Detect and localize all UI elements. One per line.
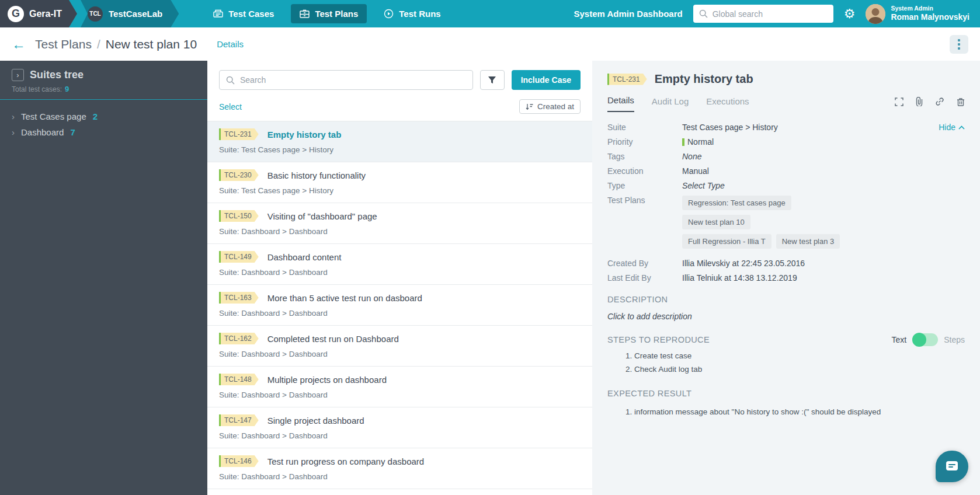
- project-switcher[interactable]: TCL TestCaseLab: [72, 0, 179, 27]
- select-link[interactable]: Select: [219, 102, 242, 111]
- suite-item-test-cases-page[interactable]: › Test Cases page 2: [12, 109, 196, 124]
- project-initials-badge: TCL: [88, 6, 103, 22]
- test-plan-chip[interactable]: Regression: Test cases page: [682, 196, 791, 210]
- tab-audit-log[interactable]: Audit Log: [652, 96, 689, 112]
- test-plan-chip[interactable]: Full Regression - Illia T: [682, 234, 772, 249]
- company-home-link[interactable]: G Gera-IT: [0, 0, 77, 27]
- step-item: Check Audit log tab: [634, 363, 965, 377]
- chat-icon: [945, 460, 959, 473]
- details-tabs: Details Audit Log Executions: [607, 95, 965, 112]
- user-menu[interactable]: System Admin Roman Malynovskyi: [866, 4, 969, 24]
- include-case-button[interactable]: Include Case: [512, 70, 581, 90]
- case-id-badge: TCL-162: [219, 333, 259, 344]
- field-value-tags[interactable]: None: [682, 152, 701, 161]
- tab-executions[interactable]: Executions: [706, 96, 749, 112]
- case-row[interactable]: TCL-149Dashboard content Suite: Dashboar…: [207, 244, 592, 285]
- meta-group: Created By Illia Milevskiy at 22:45 23.0…: [607, 259, 965, 283]
- collapse-chevron-icon: ›: [16, 71, 19, 79]
- case-search-input[interactable]: [240, 75, 466, 85]
- search-icon: [699, 9, 708, 18]
- sort-button[interactable]: Created at: [519, 99, 581, 114]
- expected-item: information message about "No history to…: [634, 406, 965, 419]
- gera-it-logo-icon: G: [8, 6, 24, 22]
- suite-item-dashboard[interactable]: › Dashboard 7: [12, 125, 196, 140]
- sidebar-collapse-button[interactable]: ›: [12, 69, 24, 81]
- suite-count: 2: [93, 111, 98, 121]
- link-icon[interactable]: [935, 97, 944, 106]
- case-id-badge: TCL-163: [219, 292, 259, 304]
- back-arrow-icon[interactable]: ←: [12, 37, 26, 51]
- nav-test-runs[interactable]: Test Runs: [375, 4, 449, 23]
- case-suite-path: Suite: Test Cases page > History: [219, 186, 581, 195]
- case-row[interactable]: TCL-148Multiple projects on dashboard Su…: [207, 367, 592, 407]
- case-row[interactable]: TCL-146Test run progress on company dasb…: [207, 448, 592, 489]
- hide-toggle-link[interactable]: Hide: [939, 123, 965, 132]
- case-row[interactable]: TCL-162Completed test run on Dashboard S…: [207, 326, 592, 367]
- add-description-placeholder[interactable]: Click to add description: [607, 312, 965, 321]
- field-label-last-edit-by: Last Edit By: [607, 273, 682, 283]
- text-steps-toggle[interactable]: [912, 333, 938, 346]
- chat-launcher-button[interactable]: [936, 451, 968, 482]
- tab-details[interactable]: Details: [607, 95, 634, 112]
- system-admin-dashboard-link[interactable]: System Admin Dashboard: [574, 9, 683, 19]
- hide-label: Hide: [939, 123, 955, 132]
- suites-sidebar: › Suites tree Total test cases:9 › Test …: [0, 61, 207, 495]
- case-row[interactable]: TCL-163More than 5 active test run on da…: [207, 285, 592, 326]
- filter-button[interactable]: [480, 70, 505, 90]
- case-title: Dashboard content: [267, 252, 342, 262]
- kebab-menu-button[interactable]: [950, 35, 968, 54]
- breadcrumb-current: New test plan 10: [106, 37, 197, 51]
- suite-label: Dashboard: [21, 127, 64, 137]
- field-value-last-edit-by: Illia Telniuk at 14:38 13.12.2019: [682, 273, 797, 283]
- search-icon: [226, 76, 235, 85]
- case-suite-path: Suite: Dashboard > Dashboard: [219, 350, 581, 358]
- global-search-input[interactable]: [713, 9, 828, 19]
- plan-details-link[interactable]: Details: [217, 39, 244, 49]
- total-count: 9: [65, 85, 69, 93]
- breadcrumb-bar: ← Test Plans / New test plan 10 Details: [0, 27, 980, 61]
- steps-mode-toggle-group: Text Steps: [892, 333, 965, 346]
- field-label-priority: Priority: [607, 137, 682, 147]
- field-value-suite[interactable]: Test Cases page > History: [682, 123, 778, 132]
- toggle-knob: [912, 333, 926, 347]
- field-value-type[interactable]: Select Type: [682, 181, 725, 190]
- case-title: Basic history functionality: [267, 170, 366, 180]
- field-value-priority[interactable]: Normal: [682, 137, 714, 147]
- test-plan-chip[interactable]: New test plan 10: [682, 215, 750, 229]
- case-id-badge: TCL-231: [219, 128, 259, 140]
- breadcrumb-section[interactable]: Test Plans: [35, 37, 92, 51]
- case-row[interactable]: TCL-230Basic history functionality Suite…: [207, 162, 592, 203]
- case-details-title: Empty history tab: [655, 72, 753, 86]
- case-id-badge: TCL-150: [219, 210, 259, 222]
- expand-icon[interactable]: [895, 97, 903, 106]
- attachment-icon[interactable]: [916, 97, 923, 106]
- suites-tree-title: Suites tree: [30, 69, 84, 81]
- suites-header: › Suites tree Total test cases:9: [0, 61, 207, 99]
- gear-icon[interactable]: ⚙: [844, 8, 856, 20]
- nav-test-plans[interactable]: Test Plans: [291, 4, 367, 23]
- chevron-up-icon: [958, 126, 965, 130]
- breadcrumb-separator: /: [97, 37, 100, 51]
- priority-color-bar: [682, 138, 684, 146]
- case-row[interactable]: TCL-231Empty history tab Suite: Test Cas…: [207, 121, 592, 162]
- case-details-panel: TCL-231 Empty history tab Details Audit …: [592, 61, 980, 495]
- app-screen: G Gera-IT TCL TestCaseLab Test Cases Tes…: [0, 0, 980, 495]
- details-action-icons: [895, 97, 965, 112]
- user-meta: System Admin Roman Malynovskyi: [891, 5, 969, 23]
- case-row[interactable]: TCL-150Visiting of "dashboard" page Suit…: [207, 203, 592, 244]
- test-plan-chip[interactable]: New test plan 3: [776, 234, 840, 249]
- chevron-right-icon: ›: [12, 111, 15, 121]
- test-plan-chips: Regression: Test cases page New test pla…: [682, 196, 841, 249]
- field-label-suite: Suite: [607, 123, 682, 132]
- sort-icon: [526, 103, 533, 110]
- field-value-execution[interactable]: Manual: [682, 166, 709, 176]
- case-title: Completed test run on Dashboard: [267, 334, 399, 344]
- suite-label: Test Cases page: [21, 111, 86, 121]
- case-suite-path: Suite: Test Cases page > History: [219, 145, 581, 154]
- field-value-created-by: Illia Milevskiy at 22:45 23.05.2016: [682, 259, 805, 268]
- avatar: [866, 4, 885, 24]
- nav-test-cases[interactable]: Test Cases: [204, 4, 283, 23]
- trash-icon[interactable]: [957, 97, 965, 106]
- case-row[interactable]: TCL-147Single project dashboard Suite: D…: [207, 407, 592, 448]
- case-id-badge: TCL-230: [219, 169, 259, 181]
